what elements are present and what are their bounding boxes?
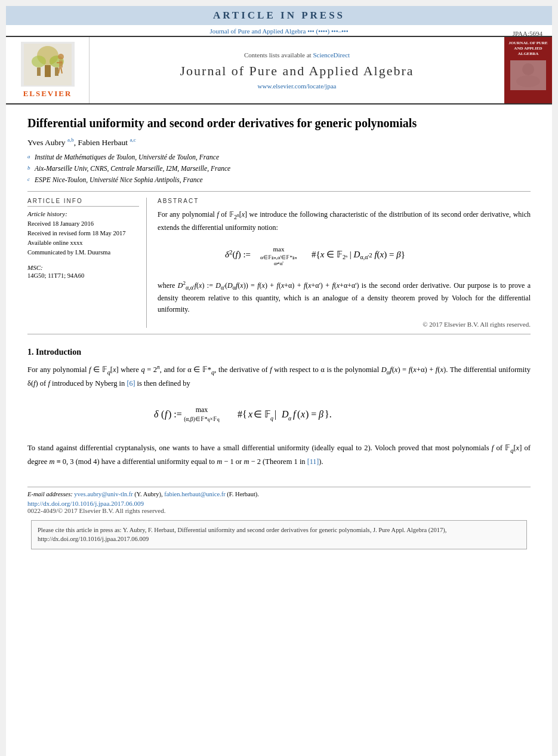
svg-text:#{x ∈ 𝔽2ⁿ | Dα,α'2 f(x) = β}: #{x ∈ 𝔽2ⁿ | Dα,α'2 f(x) = β} [312, 250, 405, 260]
email-aubry[interactable]: yves.aubry@univ-tln.fr [74, 491, 132, 497]
elsevier-label: ELSEVIER [23, 89, 72, 99]
received-date: Received 18 January 2016 [27, 219, 139, 229]
elsevier-tree-image [21, 42, 75, 87]
svg-text:#{: #{ [238, 409, 247, 419]
formula-delta-squared: δ2(f) := max α∈𝔽₂ₙ,α'∈𝔽*₂ₙ α≠α' #{x ∈ 𝔽2… [158, 239, 531, 273]
svg-text:δ: δ [154, 409, 159, 419]
article-info-abstract-section: ARTICLE INFO Article history: Received 1… [27, 198, 531, 327]
affiliations: a Institut de Mathématiques de Toulon, U… [27, 152, 531, 186]
journal-ref-line: Journal of Pure and Applied Algebra ••• … [6, 25, 552, 36]
available-online: Available online xxxx [27, 238, 139, 248]
which-text: which [513, 210, 531, 219]
svg-text:x: x [248, 409, 252, 419]
formula-delta: δ ( f ) := max (α,β)∈𝔽*q×𝔽q #{ x ∈ 𝔽 q |… [27, 398, 531, 434]
elsevier-logo-area: ELSEVIER [6, 37, 90, 103]
cover-design [510, 60, 546, 90]
svg-rect-8 [59, 60, 63, 67]
msc-codes: 14G50; 11T71; 94A60 [27, 271, 139, 281]
email-addresses: E-mail addresses: yves.aubry@univ-tln.fr… [27, 491, 531, 497]
svg-point-7 [58, 54, 64, 60]
contents-available-text: Contents lists available at ScienceDirec… [244, 51, 350, 59]
cover-text: JOURNAL OF PURE AND APPLIED ALGEBRA [507, 41, 550, 57]
article-in-press-banner: ARTICLE IN PRESS [6, 6, 552, 25]
abstract-body: where D2α,α'f(x) := Dα'(Dαf(x)) = f(x) +… [158, 279, 531, 316]
article-info-column: ARTICLE INFO Article history: Received 1… [27, 198, 147, 327]
abstract-label: ABSTRACT [158, 198, 531, 204]
journal-main-title: Journal of Pure and Applied Algebra [180, 63, 414, 79]
affiliation-b-text: Aix-Marseille Univ, CNRS, Centrale Marse… [35, 164, 230, 174]
main-content: Differential uniformity and second order… [6, 105, 552, 560]
section-heading: Introduction [36, 348, 81, 357]
article-title: Differential uniformity and second order… [27, 115, 531, 131]
copyright-line: © 2017 Elsevier B.V. All rights reserved… [158, 321, 531, 328]
aff-sup-b: b [27, 164, 35, 173]
footnote-area: E-mail addresses: yves.aubry@univ-tln.fr… [27, 487, 531, 514]
svg-text:(: ( [297, 409, 300, 420]
svg-rect-2 [45, 65, 51, 77]
svg-point-3 [32, 56, 46, 67]
banner-text: ARTICLE IN PRESS [213, 10, 345, 21]
author2-sup-a: a,c [130, 137, 135, 143]
svg-text:(: ( [161, 409, 164, 420]
svg-text:|: | [275, 409, 276, 420]
svg-rect-5 [37, 67, 41, 76]
journal-cover-image: JOURNAL OF PURE AND APPLIED ALGEBRA [504, 37, 552, 103]
journal-title-area: Contents lists available at ScienceDirec… [90, 37, 504, 103]
intro-paragraph-1: For any polynomial f ∈ 𝔽q[x] where q = 2… [27, 363, 531, 391]
issn-line: 0022-4049/© 2017 Elsevier B.V. All right… [27, 507, 531, 514]
svg-text:q: q [270, 415, 273, 422]
jpaa-ref: JPAA:5694 [513, 30, 542, 37]
article-history-title: Article history: [27, 210, 139, 217]
svg-text:∈ 𝔽: ∈ 𝔽 [254, 409, 271, 419]
svg-text:) :=: ) := [168, 409, 182, 420]
affiliation-a-text: Institut de Mathématiques de Toulon, Uni… [35, 152, 219, 162]
svg-text:x: x [300, 409, 305, 419]
section-1-title: 1. Introduction [27, 348, 531, 357]
msc-label: MSC: [27, 264, 139, 271]
svg-text:max: max [273, 245, 284, 253]
authors: Yves Aubry a,b, Fabien Herbaut a,c [27, 137, 531, 147]
svg-text:}.: }. [325, 409, 332, 419]
svg-text:) =: ) = [306, 409, 316, 420]
affiliation-b: b Aix-Marseille Univ, CNRS, Centrale Mar… [27, 164, 531, 174]
aff-sup-a: a [27, 153, 35, 161]
section-number: 1. [27, 348, 36, 357]
affiliation-a: a Institut de Mathématiques de Toulon, U… [27, 152, 531, 162]
citation-box: Please cite this article in press as: Y.… [31, 520, 527, 550]
svg-rect-6 [55, 67, 58, 76]
svg-text:α: α [288, 415, 292, 422]
ref-11-link[interactable]: [11] [307, 457, 319, 466]
svg-text:f: f [293, 409, 297, 420]
page: ARTICLE IN PRESS Journal of Pure and App… [6, 6, 552, 756]
affiliation-c: c ESPE Nice-Toulon, Université Nice Soph… [27, 175, 531, 185]
author1-sup-a: a,b [67, 137, 74, 143]
intro-paragraph-2: To stand against differential cryptanaly… [27, 442, 531, 468]
sciencedirect-link[interactable]: ScienceDirect [313, 51, 350, 59]
doi-line[interactable]: http://dx.doi.org/10.1016/j.jpaa.2017.06… [27, 500, 531, 507]
abstract-column: ABSTRACT For any polynomial f of 𝔽2n[x] … [158, 198, 531, 327]
svg-text:(α,β)∈𝔽*q×𝔽q: (α,β)∈𝔽*q×𝔽q [184, 416, 220, 423]
svg-text:β: β [318, 409, 323, 420]
article-info-label: ARTICLE INFO [27, 198, 139, 207]
svg-text:α≠α': α≠α' [274, 260, 283, 266]
svg-text:α∈𝔽₂ₙ,α'∈𝔽*₂ₙ: α∈𝔽₂ₙ,α'∈𝔽*₂ₙ [260, 254, 297, 260]
email-herbaut[interactable]: fabien.herbaut@unice.fr [164, 491, 225, 497]
journal-url[interactable]: www.elsevier.com/locate/jpaa [258, 82, 337, 90]
abstract-intro: For any polynomial f of 𝔽2n[x] we introd… [158, 209, 531, 233]
header-area: ELSEVIER Contents lists available at Sci… [6, 36, 552, 105]
ref-6-link[interactable]: [6] [127, 379, 135, 388]
svg-point-14 [516, 75, 540, 87]
aff-sup-c: c [27, 176, 35, 184]
communicated-by: Communicated by I.M. Duursma [27, 248, 139, 257]
divider-1 [27, 191, 531, 192]
divider-2 [27, 334, 531, 334]
svg-text:max: max [195, 405, 208, 414]
revised-date: Received in revised form 18 May 2017 [27, 229, 139, 238]
svg-point-13 [522, 63, 534, 75]
svg-text:δ2(f) :=: δ2(f) := [225, 248, 251, 260]
affiliation-c-text: ESPE Nice-Toulon, Université Nice Sophia… [35, 175, 203, 185]
